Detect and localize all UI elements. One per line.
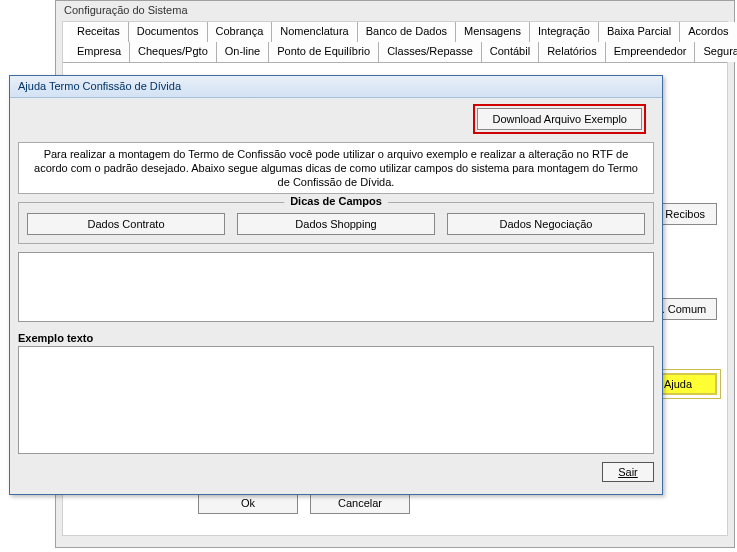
window-title: Configuração do Sistema	[56, 1, 734, 21]
sair-button[interactable]: Sair	[602, 462, 654, 482]
tab-row-2: EmpresaCheques/PgtoOn-linePonto de Equil…	[63, 42, 727, 62]
dialog-body: Download Arquivo Exemplo Para realizar a…	[10, 98, 662, 494]
info-text: Para realizar a montagem do Termo de Con…	[18, 142, 654, 194]
dialog-title: Ajuda Termo Confissão de Dívida	[10, 76, 662, 98]
tab-seguran-a[interactable]: Segurança	[695, 42, 737, 62]
download-example-button[interactable]: Download Arquivo Exemplo	[477, 108, 642, 130]
tab-nomenclatura[interactable]: Nomenclatura	[272, 22, 357, 42]
bottom-button-row: Ok Cancelar	[198, 492, 410, 514]
example-textarea[interactable]	[18, 346, 654, 454]
example-text-label: Exemplo texto	[18, 332, 654, 344]
tab-integra-o[interactable]: Integração	[530, 22, 599, 42]
tab-acordos[interactable]: Acordos	[680, 22, 737, 42]
field-tips-group: Dicas de Campos Dados Contrato Dados Sho…	[18, 202, 654, 244]
tab-empreendedor[interactable]: Empreendedor	[606, 42, 696, 62]
tab-documentos[interactable]: Documentos	[129, 22, 208, 42]
dados-negociacao-button[interactable]: Dados Negociação	[447, 213, 645, 235]
field-tips-buttons: Dados Contrato Dados Shopping Dados Nego…	[27, 213, 645, 235]
dados-shopping-button[interactable]: Dados Shopping	[237, 213, 435, 235]
tab-banco-de-dados[interactable]: Banco de Dados	[358, 22, 456, 42]
tab-classes-repasse[interactable]: Classes/Repasse	[379, 42, 482, 62]
tab-mensagens[interactable]: Mensagens	[456, 22, 530, 42]
tab-cont-bil[interactable]: Contábil	[482, 42, 539, 62]
download-highlight: Download Arquivo Exemplo	[473, 104, 646, 134]
help-dialog: Ajuda Termo Confissão de Dívida Download…	[9, 75, 663, 495]
dialog-bottom-row: Sair	[18, 462, 654, 482]
tab-cheques-pgto[interactable]: Cheques/Pgto	[130, 42, 217, 62]
ok-button[interactable]: Ok	[198, 492, 298, 514]
tab-relat-rios[interactable]: Relatórios	[539, 42, 606, 62]
tab-ponto-de-equil-brio[interactable]: Ponto de Equilíbrio	[269, 42, 379, 62]
tab-baixa-parcial[interactable]: Baixa Parcial	[599, 22, 680, 42]
cancel-button[interactable]: Cancelar	[310, 492, 410, 514]
tab-on-line[interactable]: On-line	[217, 42, 269, 62]
tab-row-1: ReceitasDocumentosCobrançaNomenclaturaBa…	[63, 22, 727, 42]
tab-empresa[interactable]: Empresa	[69, 42, 130, 62]
tips-output-textarea[interactable]	[18, 252, 654, 322]
dados-contrato-button[interactable]: Dados Contrato	[27, 213, 225, 235]
tab-receitas[interactable]: Receitas	[69, 22, 129, 42]
field-tips-title: Dicas de Campos	[284, 195, 388, 207]
tab-cobran-a[interactable]: Cobrança	[208, 22, 273, 42]
